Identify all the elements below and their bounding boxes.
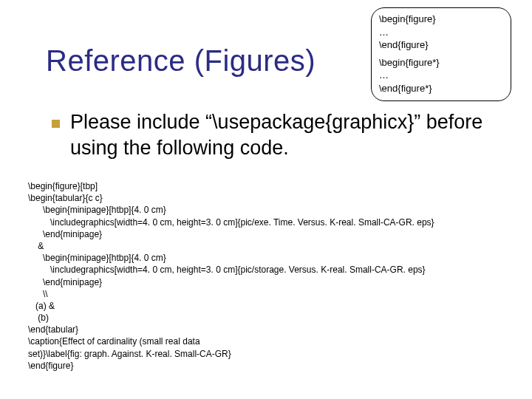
callout-line: \end{figure*} (379, 82, 503, 95)
page-title: Reference (Figures) (46, 44, 316, 78)
callout-line: \begin{figure*} (379, 56, 503, 69)
callout-line: \end{figure} (379, 38, 503, 52)
body-bullet-row: Please include “\usepackage{graphicx}” b… (52, 109, 510, 160)
square-bullet-icon (52, 120, 60, 128)
callout-line: … (379, 69, 503, 82)
syntax-callout: \begin{figure} … \end{figure} \begin{fig… (371, 7, 511, 101)
latex-code-block: \begin{figure}[tbp] \begin{tabular}{c c}… (28, 180, 510, 372)
callout-line: \begin{figure} (379, 13, 503, 26)
body-text: Please include “\usepackage{graphicx}” b… (70, 109, 510, 160)
slide: Reference (Figures) \begin{figure} … \en… (0, 0, 532, 399)
callout-line: … (379, 26, 503, 39)
